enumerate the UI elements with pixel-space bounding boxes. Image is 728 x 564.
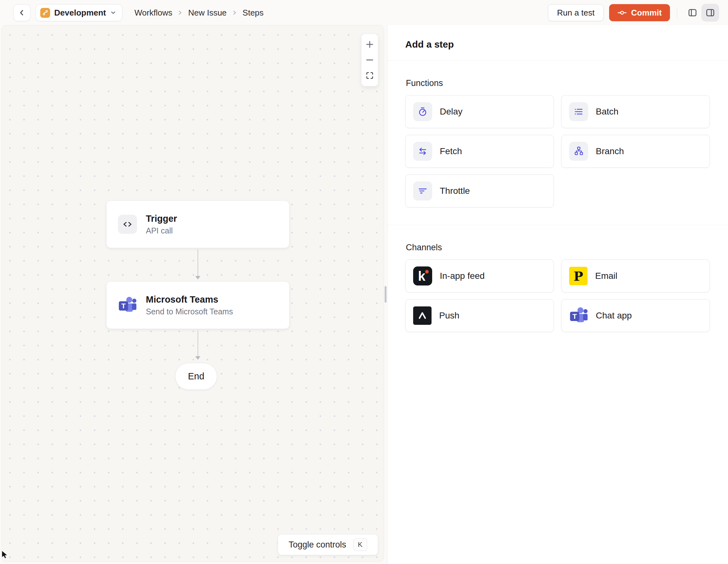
zoom-in-button[interactable] xyxy=(363,38,376,51)
channel-card-push[interactable]: Push xyxy=(405,299,554,332)
toggle-left-panel-button[interactable] xyxy=(684,4,701,22)
git-branch-icon xyxy=(40,8,50,18)
postmark-logo-letter: P xyxy=(574,269,583,284)
filter-lines-icon xyxy=(413,181,432,200)
header-divider xyxy=(677,7,677,18)
expo-logo xyxy=(413,307,432,325)
left-panel-icon xyxy=(688,8,697,17)
knock-logo-letter: k xyxy=(418,269,425,283)
zoom-controls xyxy=(361,34,378,86)
function-card-branch[interactable]: Branch xyxy=(561,135,710,168)
chevron-right-icon xyxy=(178,10,183,16)
breadcrumb-new-issue[interactable]: New Issue xyxy=(188,8,226,18)
fit-view-icon xyxy=(366,71,374,80)
breadcrumb-workflows[interactable]: Workflows xyxy=(134,8,172,18)
functions-grid: Delay Batch xyxy=(405,95,710,207)
commit-icon xyxy=(617,8,627,17)
swap-arrows-icon xyxy=(413,142,432,161)
plus-icon xyxy=(365,40,374,49)
function-card-throttle[interactable]: Throttle xyxy=(405,174,554,207)
card-label: Throttle xyxy=(440,186,470,196)
breadcrumb: Workflows New Issue Steps xyxy=(134,0,263,25)
breadcrumb-steps: Steps xyxy=(243,8,264,18)
end-node: End xyxy=(175,363,217,390)
function-card-delay[interactable]: Delay xyxy=(405,95,554,128)
top-bar: Development Workflows New Issue Steps Ru… xyxy=(0,0,728,25)
add-step-panel: Add a step Functions Delay xyxy=(387,25,728,564)
list-icon xyxy=(569,102,588,121)
edge-teams-to-end xyxy=(198,330,198,358)
microsoft-teams-node[interactable]: T Microsoft Teams Send to Microsoft Team… xyxy=(106,281,289,329)
stopwatch-icon xyxy=(413,102,432,121)
microsoft-teams-logo: T xyxy=(118,295,137,315)
workflow-canvas[interactable]: Trigger API call T Microsoft Teams xyxy=(2,25,384,562)
channel-card-chat-app[interactable]: T Chat app xyxy=(561,299,710,332)
card-label: Fetch xyxy=(440,146,462,156)
trigger-node[interactable]: Trigger API call xyxy=(106,200,289,248)
chevron-right-icon xyxy=(232,10,237,16)
back-button[interactable] xyxy=(13,4,30,21)
end-node-label: End xyxy=(188,371,205,382)
right-panel-icon xyxy=(706,8,715,17)
channel-card-in-app-feed[interactable]: k In-app feed xyxy=(405,259,554,293)
card-label: In-app feed xyxy=(440,271,485,281)
card-label: Delay xyxy=(440,107,463,117)
panel-title: Add a step xyxy=(405,39,454,50)
knock-logo-dot xyxy=(425,270,429,273)
environment-name: Development xyxy=(54,8,106,18)
svg-text:T: T xyxy=(121,302,126,310)
card-label: Batch xyxy=(596,107,619,117)
panel-divider xyxy=(387,225,728,225)
commit-button[interactable]: Commit xyxy=(609,4,670,21)
vertical-scrollbar-thumb[interactable] xyxy=(385,286,387,303)
postmark-logo: P xyxy=(569,267,588,285)
edge-arrowhead xyxy=(195,276,200,279)
environment-switcher[interactable]: Development xyxy=(36,4,122,21)
hierarchy-icon xyxy=(569,142,588,161)
workflow-builder-app: Development Workflows New Issue Steps Ru… xyxy=(0,0,728,564)
function-card-batch[interactable]: Batch xyxy=(561,95,710,128)
card-label: Branch xyxy=(596,146,624,156)
channels-grid: k In-app feed P Email Push xyxy=(405,259,710,332)
toggle-controls-label: Toggle controls xyxy=(289,540,346,550)
edge-arrowhead xyxy=(195,356,200,360)
chevron-down-icon xyxy=(110,10,116,16)
chevron-left-icon xyxy=(18,9,26,17)
header-actions: Run a test Commit xyxy=(548,0,728,25)
functions-section-label: Functions xyxy=(406,78,443,88)
svg-text:T: T xyxy=(572,313,577,321)
card-label: Email xyxy=(595,271,617,281)
minus-icon xyxy=(365,55,374,65)
channels-section-label: Channels xyxy=(406,243,442,252)
fit-view-button[interactable] xyxy=(363,69,376,82)
microsoft-teams-logo: T xyxy=(569,306,588,325)
run-a-test-button[interactable]: Run a test xyxy=(548,4,604,21)
teams-node-title: Microsoft Teams xyxy=(146,295,233,305)
toggle-controls-button[interactable]: Toggle controls K xyxy=(278,534,378,555)
panel-divider xyxy=(387,60,728,61)
trigger-node-subtitle: API call xyxy=(146,226,177,235)
function-card-fetch[interactable]: Fetch xyxy=(405,135,554,168)
code-icon xyxy=(118,215,137,234)
commit-label: Commit xyxy=(631,8,662,18)
keyboard-shortcut-badge: K xyxy=(353,538,367,551)
toggle-right-panel-button[interactable] xyxy=(701,4,719,22)
card-label: Push xyxy=(439,311,459,321)
mouse-cursor xyxy=(2,551,8,559)
channel-card-email[interactable]: P Email xyxy=(561,259,710,293)
card-label: Chat app xyxy=(596,311,632,321)
trigger-node-title: Trigger xyxy=(146,213,177,224)
zoom-out-button[interactable] xyxy=(363,54,376,66)
knock-logo: k xyxy=(413,266,432,286)
teams-node-subtitle: Send to Microsoft Teams xyxy=(146,307,233,316)
edge-trigger-to-teams xyxy=(198,249,198,277)
